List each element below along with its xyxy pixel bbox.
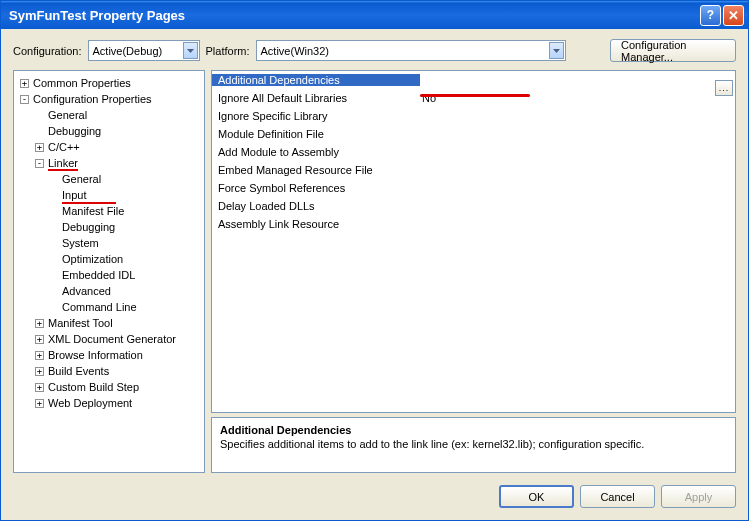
tree-node-web-deployment[interactable]: +Web Deployment bbox=[16, 395, 202, 411]
grid-row[interactable]: Force Symbol References bbox=[212, 179, 735, 197]
description-body: Specifies additional items to add to the… bbox=[220, 438, 727, 450]
configuration-combo[interactable]: Active(Debug) bbox=[88, 40, 200, 61]
tree-node-linker-embedded-idl[interactable]: Embedded IDL bbox=[16, 267, 202, 283]
grid-row[interactable]: Embed Managed Resource File bbox=[212, 161, 735, 179]
tree-node-debugging[interactable]: Debugging bbox=[16, 123, 202, 139]
platform-label: Platform: bbox=[206, 45, 250, 57]
platform-value: Active(Win32) bbox=[261, 45, 329, 57]
ok-button[interactable]: OK bbox=[499, 485, 574, 508]
grid-row[interactable]: Delay Loaded DLLs bbox=[212, 197, 735, 215]
grid-row-additional-dependencies[interactable]: Additional Dependencies ... bbox=[212, 71, 735, 89]
collapse-icon[interactable]: - bbox=[35, 159, 44, 168]
expand-icon[interactable]: + bbox=[35, 351, 44, 360]
grid-row[interactable]: Ignore Specific Library bbox=[212, 107, 735, 125]
description-panel: Additional Dependencies Specifies additi… bbox=[211, 417, 736, 473]
tree-node-configuration-properties[interactable]: -Configuration Properties bbox=[16, 91, 202, 107]
tree-node-linker-input[interactable]: Input bbox=[16, 187, 202, 203]
tree-node-linker-system[interactable]: System bbox=[16, 235, 202, 251]
dialog-footer: OK Cancel Apply bbox=[1, 477, 748, 520]
grid-row[interactable]: Assembly Link Resource bbox=[212, 215, 735, 233]
titlebar[interactable]: SymFunTest Property Pages ? ✕ bbox=[1, 1, 748, 29]
grid-name: Additional Dependencies bbox=[212, 74, 420, 86]
tree-node-browse-info[interactable]: +Browse Information bbox=[16, 347, 202, 363]
tree-node-linker-advanced[interactable]: Advanced bbox=[16, 283, 202, 299]
platform-combo[interactable]: Active(Win32) bbox=[256, 40, 566, 61]
tree-node-custom-build-step[interactable]: +Custom Build Step bbox=[16, 379, 202, 395]
tree-node-linker-debugging[interactable]: Debugging bbox=[16, 219, 202, 235]
window-title: SymFunTest Property Pages bbox=[9, 8, 700, 23]
expand-icon[interactable]: + bbox=[35, 383, 44, 392]
expand-icon[interactable]: + bbox=[35, 143, 44, 152]
tree-node-xml-doc-gen[interactable]: +XML Document Generator bbox=[16, 331, 202, 347]
property-grid: Additional Dependencies ... Ignore All D… bbox=[211, 70, 736, 413]
configuration-manager-button[interactable]: Configuration Manager... bbox=[610, 39, 736, 62]
close-button[interactable]: ✕ bbox=[723, 5, 744, 26]
tree-node-build-events[interactable]: +Build Events bbox=[16, 363, 202, 379]
apply-button: Apply bbox=[661, 485, 736, 508]
tree-node-linker-manifest[interactable]: Manifest File bbox=[16, 203, 202, 219]
highlight-mark bbox=[420, 94, 530, 97]
tree-node-manifest-tool[interactable]: +Manifest Tool bbox=[16, 315, 202, 331]
collapse-icon[interactable]: - bbox=[20, 95, 29, 104]
expand-icon[interactable]: + bbox=[35, 399, 44, 408]
expand-icon[interactable]: + bbox=[35, 335, 44, 344]
chevron-down-icon bbox=[183, 42, 198, 59]
chevron-down-icon bbox=[549, 42, 564, 59]
cancel-button[interactable]: Cancel bbox=[580, 485, 655, 508]
expand-icon[interactable]: + bbox=[35, 319, 44, 328]
configuration-label: Configuration: bbox=[13, 45, 82, 57]
grid-row[interactable]: Add Module to Assembly bbox=[212, 143, 735, 161]
tree-node-linker[interactable]: -Linker bbox=[16, 155, 202, 171]
configuration-value: Active(Debug) bbox=[93, 45, 163, 57]
expand-icon[interactable]: + bbox=[35, 367, 44, 376]
tree-node-common-properties[interactable]: +Common Properties bbox=[16, 75, 202, 91]
config-row: Configuration: Active(Debug) Platform: A… bbox=[1, 29, 748, 70]
expand-icon[interactable]: + bbox=[20, 79, 29, 88]
property-pages-dialog: SymFunTest Property Pages ? ✕ Configurat… bbox=[0, 0, 749, 521]
tree-node-general[interactable]: General bbox=[16, 107, 202, 123]
nav-tree[interactable]: +Common Properties -Configuration Proper… bbox=[13, 70, 205, 473]
tree-node-cpp[interactable]: +C/C++ bbox=[16, 139, 202, 155]
tree-node-linker-optimization[interactable]: Optimization bbox=[16, 251, 202, 267]
tree-node-linker-command-line[interactable]: Command Line bbox=[16, 299, 202, 315]
grid-row[interactable]: Ignore All Default LibrariesNo bbox=[212, 89, 735, 107]
tree-node-linker-general[interactable]: General bbox=[16, 171, 202, 187]
grid-row[interactable]: Module Definition File bbox=[212, 125, 735, 143]
browse-button[interactable]: ... bbox=[715, 80, 733, 96]
help-button[interactable]: ? bbox=[700, 5, 721, 26]
description-title: Additional Dependencies bbox=[220, 424, 727, 436]
